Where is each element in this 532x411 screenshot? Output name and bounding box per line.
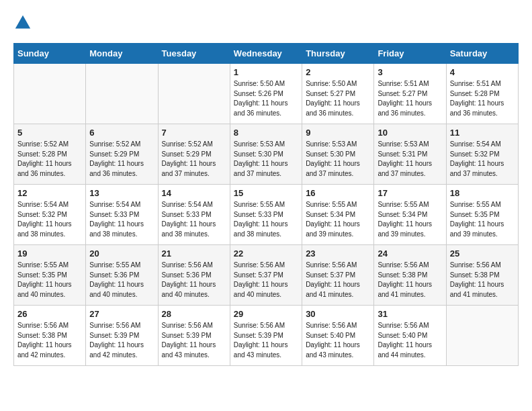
- calendar-cell: 6Sunrise: 5:52 AM Sunset: 5:29 PM Daylig…: [86, 124, 158, 185]
- header-cell-monday: Monday: [86, 44, 158, 64]
- calendar-cell: 7Sunrise: 5:52 AM Sunset: 5:29 PM Daylig…: [158, 124, 230, 185]
- logo: [13, 13, 35, 32]
- calendar-week-2: 5Sunrise: 5:52 AM Sunset: 5:28 PM Daylig…: [14, 124, 519, 185]
- day-info: Sunrise: 5:56 AM Sunset: 5:38 PM Dayligh…: [17, 321, 82, 360]
- calendar-cell: [14, 64, 86, 124]
- day-info: Sunrise: 5:55 AM Sunset: 5:34 PM Dayligh…: [306, 200, 370, 239]
- day-number: 19: [17, 248, 82, 259]
- calendar-cell: 24Sunrise: 5:56 AM Sunset: 5:38 PM Dayli…: [374, 245, 446, 306]
- calendar-cell: 18Sunrise: 5:55 AM Sunset: 5:35 PM Dayli…: [446, 185, 518, 245]
- header-cell-tuesday: Tuesday: [158, 44, 230, 64]
- day-info: Sunrise: 5:56 AM Sunset: 5:37 PM Dayligh…: [306, 261, 370, 300]
- day-number: 24: [378, 248, 442, 259]
- calendar-cell: 2Sunrise: 5:50 AM Sunset: 5:27 PM Daylig…: [302, 64, 374, 124]
- day-info: Sunrise: 5:56 AM Sunset: 5:40 PM Dayligh…: [378, 321, 442, 360]
- day-info: Sunrise: 5:50 AM Sunset: 5:27 PM Dayligh…: [306, 79, 370, 118]
- day-info: Sunrise: 5:54 AM Sunset: 5:33 PM Dayligh…: [89, 200, 154, 239]
- calendar-cell: 16Sunrise: 5:55 AM Sunset: 5:34 PM Dayli…: [302, 185, 374, 245]
- calendar-cell: 23Sunrise: 5:56 AM Sunset: 5:37 PM Dayli…: [302, 245, 374, 306]
- day-info: Sunrise: 5:56 AM Sunset: 5:38 PM Dayligh…: [378, 261, 442, 300]
- calendar-cell: 15Sunrise: 5:55 AM Sunset: 5:33 PM Dayli…: [230, 185, 302, 245]
- calendar-cell: 17Sunrise: 5:55 AM Sunset: 5:34 PM Dayli…: [374, 185, 446, 245]
- calendar-cell: 25Sunrise: 5:56 AM Sunset: 5:38 PM Dayli…: [446, 245, 518, 306]
- day-info: Sunrise: 5:56 AM Sunset: 5:40 PM Dayligh…: [306, 321, 370, 360]
- day-info: Sunrise: 5:56 AM Sunset: 5:37 PM Dayligh…: [234, 261, 298, 300]
- day-number: 6: [89, 128, 154, 138]
- day-info: Sunrise: 5:52 AM Sunset: 5:29 PM Dayligh…: [89, 140, 154, 179]
- day-number: 18: [450, 188, 515, 198]
- day-number: 31: [378, 309, 442, 319]
- day-number: 15: [234, 188, 298, 198]
- calendar-cell: 27Sunrise: 5:56 AM Sunset: 5:39 PM Dayli…: [86, 306, 158, 366]
- day-number: 10: [378, 128, 442, 138]
- calendar-cell: 12Sunrise: 5:54 AM Sunset: 5:32 PM Dayli…: [14, 185, 86, 245]
- day-info: Sunrise: 5:56 AM Sunset: 5:39 PM Dayligh…: [89, 321, 154, 360]
- day-number: 11: [450, 128, 515, 138]
- day-number: 16: [306, 188, 370, 198]
- calendar-cell: 28Sunrise: 5:56 AM Sunset: 5:39 PM Dayli…: [158, 306, 230, 366]
- day-info: Sunrise: 5:52 AM Sunset: 5:29 PM Dayligh…: [162, 140, 226, 179]
- day-number: 2: [306, 67, 370, 77]
- day-number: 30: [306, 309, 370, 319]
- day-info: Sunrise: 5:53 AM Sunset: 5:30 PM Dayligh…: [234, 140, 298, 179]
- calendar-cell: 26Sunrise: 5:56 AM Sunset: 5:38 PM Dayli…: [14, 306, 86, 366]
- day-number: 27: [89, 309, 154, 319]
- calendar-body: 1Sunrise: 5:50 AM Sunset: 5:26 PM Daylig…: [14, 64, 519, 366]
- header-cell-sunday: Sunday: [14, 44, 86, 64]
- calendar-cell: 5Sunrise: 5:52 AM Sunset: 5:28 PM Daylig…: [14, 124, 86, 185]
- day-number: 28: [162, 309, 226, 319]
- calendar-cell: 14Sunrise: 5:54 AM Sunset: 5:33 PM Dayli…: [158, 185, 230, 245]
- calendar-cell: 13Sunrise: 5:54 AM Sunset: 5:33 PM Dayli…: [86, 185, 158, 245]
- day-info: Sunrise: 5:55 AM Sunset: 5:34 PM Dayligh…: [378, 200, 442, 239]
- header-cell-saturday: Saturday: [446, 44, 518, 64]
- day-info: Sunrise: 5:51 AM Sunset: 5:27 PM Dayligh…: [378, 79, 442, 118]
- header-cell-wednesday: Wednesday: [230, 44, 302, 64]
- header-cell-friday: Friday: [374, 44, 446, 64]
- day-info: Sunrise: 5:53 AM Sunset: 5:31 PM Dayligh…: [378, 140, 442, 179]
- calendar-cell: 8Sunrise: 5:53 AM Sunset: 5:30 PM Daylig…: [230, 124, 302, 185]
- calendar-table: SundayMondayTuesdayWednesdayThursdayFrid…: [13, 43, 519, 366]
- page-header: [13, 13, 519, 32]
- day-info: Sunrise: 5:56 AM Sunset: 5:36 PM Dayligh…: [162, 261, 226, 300]
- day-number: 7: [162, 128, 226, 138]
- day-number: 29: [234, 309, 298, 319]
- calendar-cell: 30Sunrise: 5:56 AM Sunset: 5:40 PM Dayli…: [302, 306, 374, 366]
- day-info: Sunrise: 5:54 AM Sunset: 5:32 PM Dayligh…: [17, 200, 82, 239]
- day-number: 20: [89, 248, 154, 259]
- day-number: 9: [306, 128, 370, 138]
- day-info: Sunrise: 5:56 AM Sunset: 5:39 PM Dayligh…: [162, 321, 226, 360]
- day-number: 17: [378, 188, 442, 198]
- day-info: Sunrise: 5:56 AM Sunset: 5:38 PM Dayligh…: [450, 261, 515, 300]
- day-number: 5: [17, 128, 82, 138]
- calendar-cell: 22Sunrise: 5:56 AM Sunset: 5:37 PM Dayli…: [230, 245, 302, 306]
- day-number: 25: [450, 248, 515, 259]
- day-info: Sunrise: 5:53 AM Sunset: 5:30 PM Dayligh…: [306, 140, 370, 179]
- calendar-header-row: SundayMondayTuesdayWednesdayThursdayFrid…: [14, 44, 519, 64]
- calendar-week-1: 1Sunrise: 5:50 AM Sunset: 5:26 PM Daylig…: [14, 64, 519, 124]
- day-number: 8: [234, 128, 298, 138]
- day-info: Sunrise: 5:54 AM Sunset: 5:33 PM Dayligh…: [162, 200, 226, 239]
- svg-marker-0: [15, 15, 30, 29]
- day-info: Sunrise: 5:55 AM Sunset: 5:33 PM Dayligh…: [234, 200, 298, 239]
- day-number: 23: [306, 248, 370, 259]
- day-info: Sunrise: 5:55 AM Sunset: 5:35 PM Dayligh…: [450, 200, 515, 239]
- calendar-cell: 3Sunrise: 5:51 AM Sunset: 5:27 PM Daylig…: [374, 64, 446, 124]
- logo-icon: [13, 13, 32, 32]
- calendar-cell: 1Sunrise: 5:50 AM Sunset: 5:26 PM Daylig…: [230, 64, 302, 124]
- calendar-cell: [158, 64, 230, 124]
- day-info: Sunrise: 5:52 AM Sunset: 5:28 PM Dayligh…: [17, 140, 82, 179]
- day-info: Sunrise: 5:51 AM Sunset: 5:28 PM Dayligh…: [450, 79, 515, 118]
- day-number: 3: [378, 67, 442, 77]
- calendar-cell: 20Sunrise: 5:55 AM Sunset: 5:36 PM Dayli…: [86, 245, 158, 306]
- calendar-week-3: 12Sunrise: 5:54 AM Sunset: 5:32 PM Dayli…: [14, 185, 519, 245]
- calendar-cell: [446, 306, 518, 366]
- calendar-cell: 29Sunrise: 5:56 AM Sunset: 5:39 PM Dayli…: [230, 306, 302, 366]
- day-number: 22: [234, 248, 298, 259]
- calendar-cell: [86, 64, 158, 124]
- calendar-week-4: 19Sunrise: 5:55 AM Sunset: 5:35 PM Dayli…: [14, 245, 519, 306]
- calendar-cell: 10Sunrise: 5:53 AM Sunset: 5:31 PM Dayli…: [374, 124, 446, 185]
- day-info: Sunrise: 5:55 AM Sunset: 5:35 PM Dayligh…: [17, 261, 82, 300]
- day-number: 13: [89, 188, 154, 198]
- calendar-cell: 4Sunrise: 5:51 AM Sunset: 5:28 PM Daylig…: [446, 64, 518, 124]
- day-number: 26: [17, 309, 82, 319]
